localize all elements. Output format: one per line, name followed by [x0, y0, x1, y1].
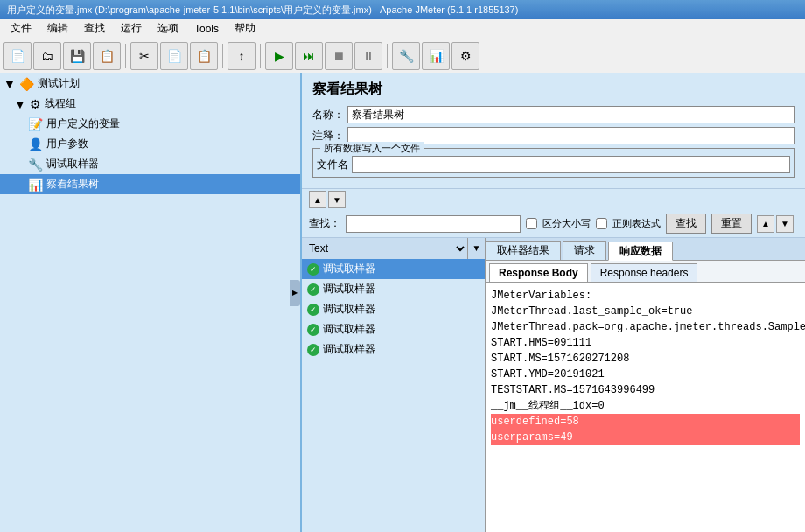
menu-file[interactable]: 文件: [4, 19, 38, 38]
tree-item-plan-label: 测试计划: [38, 76, 80, 91]
results-area: Text ▼ ✓ 调试取样器 ✓ 调试取样器 ✓ 调试取样器: [302, 238, 805, 532]
tree-item-resulttree[interactable]: 📊 察看结果树: [0, 174, 300, 194]
tree-item-uservar[interactable]: 📝 用户定义的变量: [0, 114, 300, 134]
subtab-response-body[interactable]: Response Body: [489, 263, 588, 282]
form-title: 察看结果树: [312, 80, 794, 99]
menu-edit[interactable]: 编辑: [40, 19, 75, 38]
result-label-4: 调试取样器: [323, 342, 375, 357]
toolbar-clearall[interactable]: 📊: [422, 42, 450, 70]
nav-down-btn[interactable]: ▼: [776, 215, 794, 233]
search-label: 查找：: [309, 216, 340, 231]
menu-help[interactable]: 帮助: [228, 19, 262, 38]
results-header: Text ▼: [302, 238, 485, 259]
sub-tab-bar: Response Body Response headers: [486, 261, 805, 283]
debugsampler-img-icon: 🔧: [28, 158, 43, 172]
file-input[interactable]: [352, 156, 790, 173]
tree-item-resulttree-label: 察看结果树: [46, 177, 99, 192]
toolbar-clear[interactable]: 🔧: [392, 42, 420, 70]
results-type-select[interactable]: Text: [302, 238, 467, 259]
panel-resize-handle[interactable]: ▶: [290, 280, 300, 306]
scroll-area: ▲ ▼: [302, 189, 805, 210]
toolbar-saveas[interactable]: 📋: [93, 42, 121, 70]
toolbar-new[interactable]: 📄: [4, 42, 32, 70]
toolbar-save[interactable]: 💾: [63, 42, 91, 70]
result-icon-2: ✓: [307, 304, 319, 316]
regex-checkbox[interactable]: [596, 218, 607, 229]
toolbar-open[interactable]: 🗂: [33, 42, 61, 70]
result-label-0: 调试取样器: [323, 262, 375, 276]
result-label-2: 调试取样器: [323, 302, 375, 317]
thread-expand-icon: ▼: [14, 97, 26, 111]
file-group: 所有数据写入一个文件 文件名: [312, 148, 794, 178]
search-input[interactable]: [346, 215, 521, 233]
result-item-4[interactable]: ✓ 调试取样器: [302, 340, 485, 360]
toolbar-settings[interactable]: ⚙: [452, 42, 480, 70]
search-button[interactable]: 查找: [666, 214, 706, 234]
toolbar-startnopause[interactable]: ⏭: [295, 42, 323, 70]
name-row: 名称：: [312, 106, 794, 123]
tab-response-data[interactable]: 响应数据: [608, 242, 673, 261]
search-area: 查找： 区分大小写 正则表达式 查找 重置 ▲ ▼: [302, 210, 805, 238]
name-input[interactable]: [347, 106, 794, 123]
result-item-3[interactable]: ✓ 调试取样器: [302, 319, 485, 340]
tab-sampler-result[interactable]: 取样器结果: [486, 241, 561, 260]
userparam-img-icon: 👤: [28, 137, 43, 151]
nav-up-btn[interactable]: ▲: [757, 215, 774, 233]
filename-row: 文件名: [317, 156, 790, 173]
main-tab-bar: 取样器结果 请求 响应数据: [486, 238, 805, 261]
response-line: JMeterThread.last_sample_ok=true: [491, 304, 800, 319]
tree-item-userparam[interactable]: 👤 用户参数: [0, 134, 300, 154]
toolbar-sep1: [125, 44, 126, 68]
result-item-1[interactable]: ✓ 调试取样器: [302, 279, 485, 299]
tree-item-thread[interactable]: ▼ ⚙ 线程组: [0, 94, 300, 114]
resulttree-img-icon: 📊: [28, 178, 43, 192]
response-line: userdefined=58: [491, 414, 800, 430]
toolbar-stopnow[interactable]: ⏸: [354, 42, 382, 70]
dropdown-chevron[interactable]: ▼: [467, 238, 485, 259]
tree-item-plan[interactable]: ▼ 🔶 测试计划: [0, 74, 300, 94]
scroll-arrows: ▲ ▼: [309, 191, 346, 208]
toolbar-expand[interactable]: ↕: [228, 42, 256, 70]
menu-options[interactable]: 选项: [150, 19, 186, 38]
comment-label: 注释：: [312, 129, 347, 144]
response-line: __jm__线程组__idx=0: [491, 398, 800, 414]
toolbar: 📄 🗂 💾 📋 ✂ 📄 📋 ↕ ▶ ⏭ ⏹ ⏸ 🔧 📊 ⚙: [0, 38, 805, 74]
toolbar-sep4: [387, 44, 388, 68]
thread-img-icon: ⚙: [30, 97, 41, 111]
result-label-1: 调试取样器: [323, 282, 375, 297]
menu-run[interactable]: 运行: [114, 19, 149, 38]
toolbar-sep2: [222, 44, 223, 68]
uservar-img-icon: 📝: [28, 117, 43, 131]
scroll-up-btn[interactable]: ▲: [309, 191, 326, 208]
tree-item-userparam-label: 用户参数: [46, 136, 88, 151]
toolbar-stop[interactable]: ⏹: [325, 42, 353, 70]
response-line: TESTSTART.MS=1571643996499: [491, 382, 800, 398]
tree-item-debugsampler-label: 调试取样器: [46, 157, 99, 172]
regex-label: 正则表达式: [612, 217, 661, 230]
tab-request[interactable]: 请求: [563, 241, 606, 260]
toolbar-start[interactable]: ▶: [265, 42, 293, 70]
reset-button[interactable]: 重置: [711, 214, 752, 234]
plan-img-icon: 🔶: [19, 77, 34, 91]
response-line: JMeterVariables:: [491, 288, 800, 304]
title-text: 用户定义的变量.jmx (D:\program\apache-jmeter-5.…: [7, 4, 518, 17]
case-sensitive-checkbox[interactable]: [526, 218, 537, 229]
plan-icon: ▼: [4, 77, 16, 91]
result-icon-0: ✓: [307, 263, 319, 276]
result-item-0[interactable]: ✓ 调试取样器: [302, 259, 485, 279]
menu-tools[interactable]: Tools: [187, 21, 226, 37]
response-line: userparams=49: [491, 430, 800, 445]
toolbar-paste[interactable]: 📋: [190, 42, 218, 70]
subtab-response-headers[interactable]: Response headers: [591, 263, 698, 282]
form-area: 察看结果树 名称： 注释： 所有数据写入一个文件 文件名: [302, 74, 805, 189]
scroll-down-btn[interactable]: ▼: [328, 191, 346, 208]
response-content: JMeterVariables:JMeterThread.last_sample…: [486, 283, 805, 532]
nav-arrows: ▲ ▼: [757, 215, 794, 233]
toolbar-copy[interactable]: 📄: [160, 42, 188, 70]
result-item-2[interactable]: ✓ 调试取样器: [302, 299, 485, 319]
toolbar-cut[interactable]: ✂: [130, 42, 158, 70]
toolbar-sep3: [260, 44, 261, 68]
file-group-label: 所有数据写入一个文件: [320, 142, 424, 155]
tree-item-debugsampler[interactable]: 🔧 调试取样器: [0, 154, 300, 174]
menu-find[interactable]: 查找: [77, 19, 112, 38]
